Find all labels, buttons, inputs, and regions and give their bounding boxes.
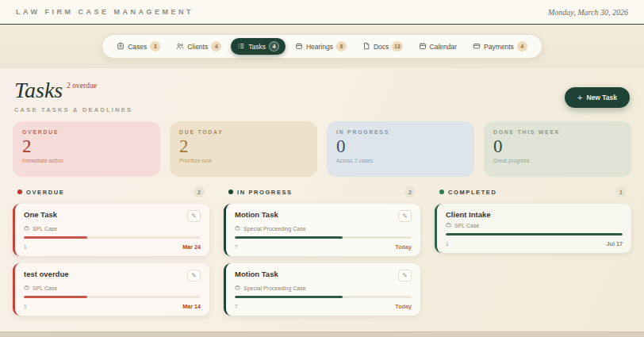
calendar-icon (419, 42, 427, 52)
subtask-count: 1 (446, 241, 449, 247)
page-title: Tasks (14, 79, 63, 101)
column-label: COMPLETED (448, 189, 611, 196)
progress-fill (235, 236, 343, 239)
stat-label: OVERDUE (22, 129, 151, 135)
stat-value: 2 (22, 136, 151, 157)
column-count-badge: 2 (194, 186, 205, 197)
tab-docs[interactable]: Docs 13 (356, 38, 409, 55)
task-card[interactable]: Motion Task ✎ Special Proceeding Case 7 … (224, 204, 420, 256)
progress-fill (24, 296, 87, 298)
tab-payments[interactable]: Payments 4 (466, 38, 534, 55)
briefcase-icon (24, 225, 29, 232)
tab-badge: 3 (150, 41, 160, 52)
edit-task-button[interactable]: ✎ (187, 270, 201, 281)
column-label: IN PROGRESS (237, 189, 401, 196)
task-title: Client Intake (446, 210, 491, 219)
column-header-in-progress: IN PROGRESS 2 (224, 186, 420, 197)
briefcase-icon (235, 225, 240, 232)
task-card[interactable]: Client Intake SPL Case 1 Jul 17 (435, 204, 631, 253)
page-subtitle: CASE TASKS & DEADLINES (14, 106, 132, 113)
tab-clients[interactable]: Clients 4 (170, 38, 228, 55)
column-count-badge: 2 (404, 186, 416, 197)
main-content: Tasks 2 overdue CASE TASKS & DEADLINES +… (0, 68, 644, 331)
progress-bar (446, 233, 623, 236)
task-card[interactable]: test overdue ✎ SPL Case 1 Mar 14 (13, 263, 209, 316)
column-in-progress: Motion Task ✎ Special Proceeding Case 7 … (224, 204, 420, 323)
new-task-label: New Task (586, 94, 617, 101)
column-header-overdue: OVERDUE 2 (13, 186, 209, 197)
page-head: Tasks 2 overdue CASE TASKS & DEADLINES +… (13, 76, 631, 121)
tab-badge: 6 (336, 41, 347, 52)
stat-label: DONE THIS WEEK (493, 129, 622, 135)
main-nav: Cases 3 Clients 4 Tasks 4 Hearings 6 Doc… (102, 34, 542, 59)
edit-task-button[interactable]: ✎ (187, 210, 201, 222)
tab-badge: 4 (517, 41, 527, 52)
column-completed: Client Intake SPL Case 1 Jul 17 (435, 204, 631, 260)
subtask-count: 1 (24, 244, 27, 250)
progress-fill (24, 236, 87, 239)
stat-caption: Across 2 cases (336, 158, 465, 163)
tab-badge: 13 (392, 41, 402, 52)
briefcase-icon (24, 285, 29, 291)
briefcase-icon (446, 222, 451, 228)
stat-card-due-today: DUE TODAY 2 Prioritize now (170, 121, 317, 177)
app-window: LAW FIRM CASE MANAGEMENT Monday, March 3… (0, 0, 644, 337)
bottom-strip (0, 331, 644, 337)
hearings-icon (295, 42, 303, 52)
due-date: Mar 24 (182, 243, 201, 251)
stat-caption: Great progress (493, 158, 622, 163)
overdue-note: 2 overdue (67, 82, 97, 90)
task-title: Motion Task (235, 270, 278, 278)
column-header-completed: COMPLETED 1 (435, 186, 631, 197)
due-date: Jul 17 (607, 240, 623, 247)
stat-card-overdue: OVERDUE 2 Immediate action (13, 121, 160, 177)
completed-dot-icon (439, 190, 444, 194)
progress-fill (235, 296, 343, 298)
stat-caption: Prioritize now (179, 158, 308, 163)
clients-icon (176, 42, 184, 52)
new-task-button[interactable]: + New Task (565, 87, 630, 108)
tab-badge: 4 (211, 41, 221, 52)
tab-label: Clients (187, 43, 208, 51)
tab-cases[interactable]: Cases 3 (110, 38, 167, 55)
edit-task-button[interactable]: ✎ (398, 210, 412, 222)
edit-task-button[interactable]: ✎ (398, 270, 412, 281)
tab-label: Cases (128, 43, 147, 51)
stat-caption: Immediate action (22, 158, 151, 163)
tasks-icon (237, 42, 245, 52)
due-date: Mar 14 (182, 303, 201, 310)
subtask-count: 7 (235, 304, 238, 309)
column-count-badge: 1 (615, 186, 627, 197)
tab-hearings[interactable]: Hearings 6 (289, 38, 353, 55)
due-date: Today (395, 243, 412, 251)
tab-badge: 4 (269, 41, 279, 52)
stat-card-in-progress: IN PROGRESS 0 Across 2 cases (327, 121, 474, 177)
task-case-name: SPL Case (33, 226, 57, 232)
progress-fill (446, 233, 623, 236)
stat-value: 0 (493, 136, 622, 157)
nav-strip: Cases 3 Clients 4 Tasks 4 Hearings 6 Doc… (0, 25, 644, 68)
stats-row: OVERDUE 2 Immediate action DUE TODAY 2 P… (13, 121, 631, 177)
due-date: Today (395, 303, 412, 310)
payments-icon (473, 42, 481, 52)
tab-calendar[interactable]: Calendar (412, 39, 464, 55)
task-card[interactable]: One Task ✎ SPL Case 1 Mar 24 (13, 204, 209, 256)
progress-bar (24, 236, 201, 239)
task-title: Motion Task (235, 210, 278, 219)
stat-value: 0 (336, 136, 465, 157)
task-card[interactable]: Motion Task ✎ Special Proceeding Case 7 … (224, 263, 420, 316)
progress-bar (235, 296, 412, 298)
overdue-dot-icon (17, 190, 22, 194)
task-case-name: Special Proceeding Case (243, 226, 306, 232)
in-progress-dot-icon (228, 190, 233, 194)
tab-label: Calendar (430, 43, 458, 51)
tab-tasks[interactable]: Tasks 4 (231, 38, 286, 55)
pencil-icon: ✎ (191, 272, 197, 279)
cases-icon (117, 42, 125, 52)
task-case-name: SPL Case (33, 285, 57, 291)
subtask-count: 1 (24, 304, 27, 309)
briefcase-icon (235, 285, 240, 291)
page-title-block: Tasks 2 overdue CASE TASKS & DEADLINES (14, 79, 132, 113)
subtask-count: 7 (235, 244, 238, 250)
tab-label: Docs (374, 43, 389, 51)
